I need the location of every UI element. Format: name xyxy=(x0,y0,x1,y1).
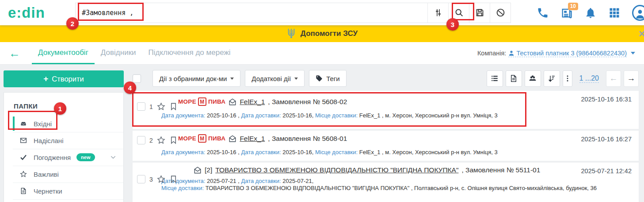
chevron-down-icon xyxy=(230,78,234,80)
star-icon[interactable] xyxy=(157,175,165,183)
back-arrow[interactable]: ← xyxy=(9,47,20,59)
people-icon xyxy=(529,74,537,82)
bulk-actions-button[interactable]: Дії з обраними док-ми xyxy=(152,70,240,87)
counterparty-link[interactable]: FelEx_1 xyxy=(240,98,265,106)
company-link[interactable]: Тестовий платник 3 (9864066822430) xyxy=(508,50,627,57)
save-search-button[interactable] xyxy=(469,3,490,23)
apps-grid-icon[interactable] xyxy=(608,7,621,19)
top-bar: e:din xyxy=(0,0,644,25)
tag-icon xyxy=(316,75,323,82)
sidebar-item-approvals[interactable]: Погодження new xyxy=(4,149,123,166)
sidebar-item-inbox[interactable]: Вхідні xyxy=(4,115,123,132)
file-icon xyxy=(20,187,28,194)
company-selector: Компанія: Тестовий платник 3 (9864066822… xyxy=(477,50,635,57)
counterparty-link[interactable]: ТОВАРИСТВО З ОБМЕЖЕНОЮ ВІДПОВІДАЛЬНІСТЮ … xyxy=(215,166,458,174)
sidebar-item-sent[interactable]: Надіслані xyxy=(4,132,123,149)
sort-icon xyxy=(548,74,556,82)
document-details: Дата документа: 2025-10-16 , Дата достав… xyxy=(161,112,639,119)
row-controls: 2 xyxy=(137,136,178,144)
donate-banner[interactable]: Допомогти ЗСУ ✕ xyxy=(0,25,644,42)
sidebar-item-drafts[interactable]: Чернетки xyxy=(4,183,123,199)
chevron-down-icon xyxy=(294,78,298,80)
sidebar-item-label: Важливі xyxy=(34,171,59,178)
banner-text: Допомогти ЗСУ xyxy=(301,29,358,38)
table-row[interactable]: 3 [2] ТОВАРИСТВО З ОБМЕЖЕНОЮ ВІДПОВІ xyxy=(133,163,639,202)
phone-icon[interactable] xyxy=(537,7,549,19)
document-details: Дата документа: 2025-10-16 , Дата достав… xyxy=(161,149,639,156)
pagination[interactable]: 1 ...20 xyxy=(579,74,599,83)
search-bar xyxy=(75,3,511,23)
more-piva-logo: МОРЕ М ПИВА xyxy=(178,97,225,106)
folders-title: ПАПКИ xyxy=(4,93,123,115)
sidebar-item-label: Надіслані xyxy=(34,137,63,144)
user-avatar[interactable] xyxy=(632,5,644,21)
banner-close-icon[interactable]: ✕ xyxy=(638,29,644,39)
contacts-button[interactable] xyxy=(525,70,541,87)
sidebar-item-label: Погодження xyxy=(34,154,71,161)
sidebar-item-important[interactable]: Важливі xyxy=(4,166,123,183)
tags-button[interactable]: Теги xyxy=(309,70,347,87)
row-checkbox[interactable] xyxy=(137,136,145,144)
document-details: Дата документа: 2025-07-21 , Дата достав… xyxy=(161,178,630,192)
extra-actions-button[interactable]: Додаткові дії xyxy=(245,70,305,87)
sort-button[interactable] xyxy=(544,70,560,87)
search-button[interactable] xyxy=(448,3,469,23)
list-view-controls: 1 ...20 ← → xyxy=(487,70,639,87)
prev-page-button[interactable]: ← xyxy=(606,70,621,87)
row-checkbox[interactable] xyxy=(137,102,145,111)
sidebar-item-label: Вхідні xyxy=(34,120,52,128)
star-icon[interactable] xyxy=(157,102,165,111)
edin-logo[interactable]: e:din xyxy=(8,4,75,21)
document-date: 2025-10-16 16:27 xyxy=(581,136,632,143)
chevron-down-icon[interactable] xyxy=(631,52,635,54)
app-root: e:din xyxy=(0,0,644,202)
document-view-button[interactable] xyxy=(506,70,522,87)
filter-button[interactable] xyxy=(427,3,448,23)
bookmark-icon[interactable] xyxy=(169,136,178,144)
chevron-down-icon[interactable] xyxy=(110,154,116,160)
save-icon xyxy=(475,8,484,17)
list-view-button[interactable] xyxy=(487,70,503,87)
star-icon[interactable] xyxy=(157,136,165,144)
bookmark-icon[interactable] xyxy=(169,102,178,111)
counterparty-link[interactable]: FelEx_1 xyxy=(240,135,265,143)
more-options-button[interactable] xyxy=(563,70,572,87)
document-number: , Замовлення № 5608-01 xyxy=(268,135,347,143)
row-number: 1 xyxy=(149,103,153,110)
sidebar-item-label: Чернетки xyxy=(34,187,62,195)
create-button[interactable]: + Створити xyxy=(4,70,124,87)
list-icon xyxy=(491,74,499,82)
row-content: МОРЕ М ПИВА FelEx_1 , Замовлення № 5608-… xyxy=(161,131,639,156)
document-title: МОРЕ М ПИВА FelEx_1 , Замовлення № 5608-… xyxy=(178,97,639,106)
search-input[interactable] xyxy=(76,3,427,23)
row-controls: 3 xyxy=(137,175,178,183)
row-checkbox[interactable] xyxy=(137,175,145,183)
search-icon xyxy=(454,8,464,17)
table-row[interactable]: 1 МОРЕ М ПИВА xyxy=(133,91,639,129)
document-icon xyxy=(510,74,518,82)
table-row[interactable]: 2 МОРЕ М ПИВА xyxy=(133,131,639,161)
plus-icon: + xyxy=(43,74,48,84)
bell-icon[interactable] xyxy=(584,7,597,19)
person-icon xyxy=(508,50,514,56)
content-area: + Створити ПАПКИ Вхідні Надіслані xyxy=(0,65,644,202)
sidebar-item-archive[interactable]: Архів xyxy=(4,199,123,202)
document-date: 2025-10-16 16:31 xyxy=(581,96,632,103)
tab-network[interactable]: Підключення до мережі xyxy=(142,42,237,64)
star-icon xyxy=(20,171,28,178)
bookmark-icon[interactable] xyxy=(169,175,178,183)
news-icon[interactable]: 10 xyxy=(560,7,573,19)
unread-count: [2] xyxy=(205,166,212,174)
tab-directories[interactable]: Довідники xyxy=(95,42,142,64)
select-all-checkbox[interactable] xyxy=(133,74,141,83)
document-number: , Замовлення № 5511-01 xyxy=(461,166,540,174)
clear-search-button[interactable] xyxy=(490,3,511,23)
tab-documents[interactable]: Документообіг xyxy=(32,42,95,64)
cancel-icon xyxy=(496,8,505,17)
document-date: 2025-07-21 12:42 xyxy=(581,167,632,175)
mail-open-icon xyxy=(229,135,236,143)
company-label: Компанія: xyxy=(477,50,507,57)
sliders-icon xyxy=(434,8,443,17)
next-page-button[interactable]: → xyxy=(624,70,639,87)
check-icon xyxy=(20,154,28,161)
